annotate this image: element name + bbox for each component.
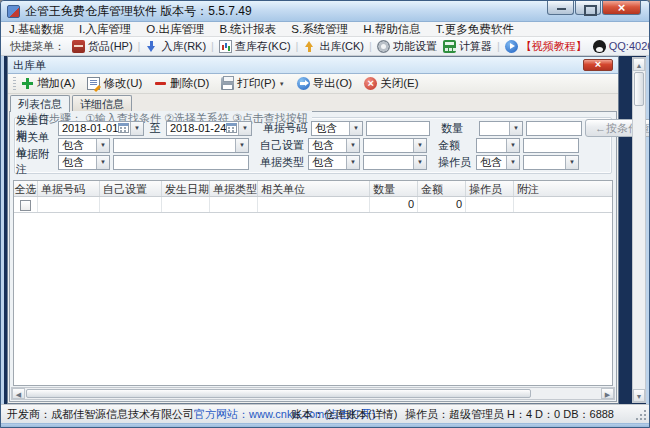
custom-combo[interactable]: ▼: [363, 138, 427, 153]
column-header-bill-no[interactable]: 单据号码: [38, 181, 100, 196]
tab-list-info[interactable]: 列表信息: [10, 95, 70, 112]
menu-item-outbound[interactable]: O.出库管理: [146, 22, 204, 37]
column-header-qty[interactable]: 数量: [370, 181, 418, 196]
bar-chart-icon: [219, 40, 232, 53]
scrollbar-track[interactable]: [532, 388, 601, 399]
quick-item-stock-query[interactable]: 查库存(KC): [219, 39, 291, 54]
chevron-down-icon[interactable]: ▼: [96, 156, 109, 169]
bill-type-relation-combo[interactable]: 包含▼: [308, 155, 360, 170]
column-header-operator[interactable]: 操作员: [466, 181, 514, 196]
outbound-order-window: 出库单 增加(A) 修改(U) 删除(D) 打印(P)▼ 导出(O) 关闭(E)…: [7, 56, 619, 404]
delete-button[interactable]: 删除(D): [154, 76, 209, 91]
qty-relation-combo[interactable]: ▼: [479, 121, 523, 136]
chevron-down-icon[interactable]: ▼: [238, 122, 251, 135]
qty-input[interactable]: [526, 121, 582, 136]
column-header-note[interactable]: 附注: [514, 181, 612, 196]
add-button[interactable]: 增加(A): [21, 76, 75, 91]
print-icon: [221, 77, 234, 90]
quick-item-qq[interactable]: QQ:402603(点击交谈): [593, 39, 650, 54]
chevron-down-icon[interactable]: ▼: [509, 122, 522, 135]
menu-item-system[interactable]: S.系统管理: [291, 22, 348, 37]
scroll-down-button[interactable]: ▼: [633, 389, 645, 402]
document-close-button[interactable]: [583, 59, 613, 71]
edit-button[interactable]: 修改(U): [87, 76, 142, 91]
menu-item-basic-data[interactable]: J.基础数据: [9, 22, 64, 37]
account-info[interactable]: 账本：仓库账本(详情): [291, 407, 397, 422]
minimize-button[interactable]: [547, 1, 574, 15]
chevron-down-icon[interactable]: ▼: [346, 156, 359, 169]
note-label: 单据附注: [14, 147, 58, 177]
column-header-bill-type[interactable]: 单据类型: [210, 181, 258, 196]
column-header-select-all[interactable]: 全选: [14, 181, 38, 196]
quick-item-video-tutorial[interactable]: 【视频教程】: [505, 39, 587, 54]
print-button[interactable]: 打印(P)▼: [221, 76, 284, 91]
chevron-down-icon[interactable]: ▼: [413, 139, 426, 152]
grid-header: 全选 单据号码 自己设置 发生日期 单据类型 相关单位 数量 金额 操作员 附注: [14, 181, 612, 197]
unit-relation-combo[interactable]: 包含▼: [58, 138, 110, 153]
scrollbar-thumb[interactable]: [634, 72, 644, 106]
menu-bar: J.基础数据 I.入库管理 O.出库管理 B.统计报表 S.系统管理 H.帮助信…: [1, 22, 649, 37]
maximize-button[interactable]: [575, 1, 601, 15]
row-date-cell: [162, 197, 210, 212]
amount-relation-combo[interactable]: ▼: [476, 138, 520, 153]
note-relation-combo[interactable]: 包含▼: [58, 155, 110, 170]
arrow-up-icon: [303, 40, 316, 53]
search-row-3: 单据附注 包含▼ 单据类型 包含▼ ▼ 操作员 包含▼ ▼: [14, 154, 612, 170]
bill-type-combo[interactable]: ▼: [363, 155, 427, 170]
close-button[interactable]: [602, 1, 641, 15]
quick-item-settings[interactable]: 功能设置: [377, 39, 437, 54]
chevron-down-icon[interactable]: ▼: [506, 156, 519, 169]
date-to-field[interactable]: 2018-01-24▼: [166, 121, 252, 136]
resize-grip[interactable]: [636, 410, 646, 420]
row-bill-type-cell: [210, 197, 258, 212]
chevron-down-icon[interactable]: ▼: [413, 156, 426, 169]
chevron-down-icon[interactable]: ▼: [349, 122, 362, 135]
menu-item-more-free[interactable]: T.更多免费软件: [436, 22, 514, 37]
row-checkbox[interactable]: [20, 200, 31, 211]
column-header-custom[interactable]: 自己设置: [100, 181, 162, 196]
menu-item-reports[interactable]: B.统计报表: [219, 22, 276, 37]
column-header-date[interactable]: 发生日期: [162, 181, 210, 196]
close-doc-button[interactable]: 关闭(E): [364, 76, 418, 91]
custom-relation-combo[interactable]: 包含▼: [308, 138, 360, 153]
scroll-up-button[interactable]: ▲: [633, 58, 645, 71]
bill-no-relation-combo[interactable]: 包含▼: [311, 121, 363, 136]
operator-combo[interactable]: ▼: [523, 155, 579, 170]
chevron-down-icon[interactable]: ▼: [96, 139, 109, 152]
menu-item-inbound[interactable]: I.入库管理: [79, 22, 131, 37]
vertical-scrollbar[interactable]: ▲ ▼: [632, 57, 646, 403]
unit-combo[interactable]: ▼: [113, 138, 249, 153]
calendar-icon: [118, 123, 129, 133]
export-button[interactable]: 导出(O): [297, 76, 353, 91]
scroll-left-button[interactable]: ◀: [12, 388, 25, 399]
status-bar: 开发商：成都佳智源信息技术有限公司官方网站：www.cnkis.com(点击打开…: [1, 404, 649, 423]
scroll-right-button[interactable]: ▶: [601, 388, 614, 399]
amount-input[interactable]: [523, 138, 579, 153]
quick-item-stock-out[interactable]: 出库(CK): [303, 39, 364, 54]
chevron-down-icon[interactable]: ▼: [565, 156, 578, 169]
chevron-down-icon[interactable]: ▼: [346, 139, 359, 152]
quick-item-stock-in[interactable]: 入库(RK): [145, 39, 206, 54]
date-from-field[interactable]: 2018-01-01▼: [58, 121, 144, 136]
app-window: 企管王免费仓库管理软件 版本号：5.5.7.49 J.基础数据 I.入库管理 O…: [0, 0, 650, 428]
document-toolbar: 增加(A) 修改(U) 删除(D) 打印(P)▼ 导出(O) 关闭(E): [8, 74, 618, 94]
separator: |: [211, 40, 214, 52]
menu-item-help[interactable]: H.帮助信息: [363, 22, 421, 37]
quick-item-goods[interactable]: 货品(HP): [72, 39, 133, 54]
chevron-down-icon[interactable]: ▼: [235, 139, 248, 152]
chevron-down-icon[interactable]: ▼: [506, 139, 519, 152]
play-icon: [505, 40, 518, 53]
note-input[interactable]: [113, 155, 249, 170]
column-header-amount[interactable]: 金额: [418, 181, 466, 196]
chevron-down-icon[interactable]: ▼: [130, 122, 143, 135]
quick-item-calculator[interactable]: 计算器: [443, 39, 492, 54]
scrollbar-thumb[interactable]: [26, 389, 531, 398]
qty-label: 数量: [439, 121, 479, 136]
separator: |: [369, 40, 372, 52]
tab-detail-info[interactable]: 详细信息: [72, 95, 132, 111]
operator-relation-combo[interactable]: 包含▼: [476, 155, 520, 170]
horizontal-scrollbar[interactable]: ◀ ▶: [11, 387, 615, 400]
scrollbar-track[interactable]: [633, 107, 645, 389]
column-header-unit[interactable]: 相关单位: [258, 181, 370, 196]
bill-no-input[interactable]: [366, 121, 430, 136]
